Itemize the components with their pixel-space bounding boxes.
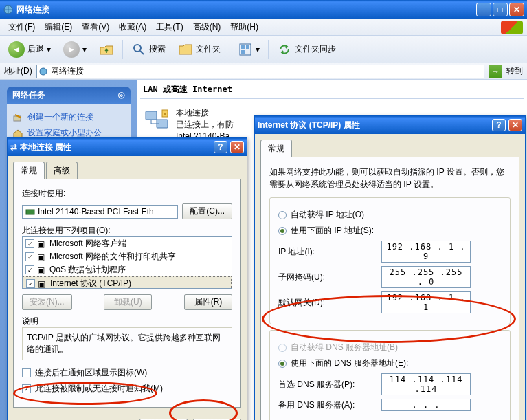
- tab-advanced[interactable]: 高级: [46, 162, 78, 179]
- views-button[interactable]: ▾: [234, 39, 264, 60]
- use-ip-radio[interactable]: [278, 227, 287, 235]
- window-title: 网络连接: [16, 4, 476, 16]
- up-button[interactable]: [95, 39, 118, 60]
- desc-label: 说明: [22, 316, 232, 327]
- checkbox-icon[interactable]: ✓: [25, 239, 34, 248]
- configure-button[interactable]: 配置(C)...: [182, 203, 232, 219]
- dns2-input[interactable]: . . .: [381, 399, 471, 411]
- adapter-combo[interactable]: Intel 21140-Based PCI Fast Eth: [22, 205, 178, 219]
- svg-rect-11: [164, 113, 166, 115]
- search-label: 搜索: [149, 43, 166, 55]
- install-button[interactable]: 安装(N)...: [22, 294, 72, 310]
- close-button[interactable]: ✕: [509, 3, 524, 16]
- notify-label: 此连接被限制或无连接时通知我(M): [35, 383, 163, 395]
- auto-ip-radio[interactable]: [278, 211, 287, 219]
- use-dns-radio[interactable]: [278, 360, 287, 368]
- task-label: 创建一个新的连接: [27, 111, 93, 123]
- properties-button[interactable]: 属性(R): [184, 294, 232, 310]
- help-button[interactable]: ?: [492, 119, 506, 131]
- menu-edit[interactable]: 编辑(E): [41, 20, 76, 34]
- auto-dns-label: 自动获得 DNS 服务器地址(B): [291, 342, 398, 353]
- tasks-header[interactable]: 网络任务 ⦾: [7, 87, 131, 104]
- list-item[interactable]: ✓▣QoS 数据包计划程序: [23, 263, 232, 276]
- menu-advanced[interactable]: 高级(N): [189, 20, 225, 34]
- search-button[interactable]: 搜索: [127, 39, 170, 60]
- notify-checkbox[interactable]: ✓: [22, 384, 31, 393]
- folders-button[interactable]: 文件夹: [174, 39, 225, 60]
- list-item[interactable]: ✓▣Microsoft 网络的文件和打印机共享: [23, 250, 232, 263]
- svg-rect-5: [241, 50, 245, 54]
- use-dns-label: 使用下面的 DNS 服务器地址(E):: [291, 357, 408, 369]
- dialog-title: 本地连接 属性: [20, 142, 71, 153]
- forward-arrow-icon: ►: [63, 41, 80, 58]
- share-icon: ▣: [37, 252, 47, 262]
- gateway-input[interactable]: 192 .168 . 1 . 1: [381, 291, 471, 313]
- dialog-title: Internet 协议 (TCP/IP) 属性: [258, 120, 360, 131]
- menubar: 文件(F) 编辑(E) 查看(V) 收藏(A) 工具(T) 高级(N) 帮助(H…: [0, 19, 527, 36]
- close-button[interactable]: ✕: [508, 119, 522, 131]
- go-button[interactable]: →: [489, 65, 502, 78]
- address-input[interactable]: 网络连接: [36, 65, 484, 78]
- connection-status: 已连接上，有防: [176, 119, 234, 131]
- views-icon: [238, 42, 253, 57]
- qos-icon: ▣: [37, 265, 47, 275]
- protocol-icon: ▣: [38, 279, 47, 289]
- svg-point-6: [40, 68, 47, 75]
- menu-favorites[interactable]: 收藏(A): [115, 20, 150, 34]
- sync-button[interactable]: 文件夹同步: [273, 39, 340, 60]
- help-button[interactable]: ?: [214, 141, 227, 153]
- back-arrow-icon: ◄: [8, 41, 25, 58]
- checkbox-icon[interactable]: ✓: [25, 252, 34, 261]
- network-icon: [38, 67, 48, 76]
- list-item[interactable]: ✓▣Microsoft 网络客户端: [23, 237, 232, 250]
- wizard-icon: [12, 112, 23, 123]
- chevron-down-icon: ▾: [82, 45, 87, 54]
- lan-connection-icon: [143, 107, 170, 135]
- dns2-label: 备用 DNS 服务器(A):: [278, 399, 381, 411]
- dns1-input[interactable]: 114 .114 .114 .114: [381, 373, 471, 395]
- ip-label: IP 地址(I):: [278, 246, 381, 258]
- svg-rect-4: [246, 45, 249, 49]
- ip-input[interactable]: 192 .168 . 1 . 9: [381, 241, 471, 263]
- nic-icon: [25, 207, 35, 217]
- address-value: 网络连接: [51, 65, 84, 77]
- maximize-button[interactable]: □: [493, 3, 508, 16]
- dns1-label: 首选 DNS 服务器(P):: [278, 379, 381, 390]
- menu-view[interactable]: 查看(V): [78, 20, 113, 34]
- svg-rect-12: [26, 210, 34, 214]
- main-titlebar: 网络连接 ─ □ ✕: [0, 0, 527, 19]
- toolbar: ◄ 后退 ▾ ► ▾ 搜索 文件夹 ▾ 文件夹同步: [0, 36, 527, 63]
- tab-general[interactable]: 常规: [13, 162, 45, 179]
- list-item-tcpip[interactable]: ✓▣Internet 协议 (TCP/IP): [23, 276, 232, 289]
- minimize-button[interactable]: ─: [476, 3, 491, 16]
- dialog-titlebar[interactable]: ⇄ 本地连接 属性 ? ✕: [8, 138, 247, 156]
- checkbox-icon[interactable]: ✓: [26, 279, 35, 288]
- tab-general[interactable]: 常规: [260, 140, 292, 157]
- folders-icon: [178, 42, 193, 57]
- close-button[interactable]: ✕: [230, 141, 244, 153]
- folders-label: 文件夹: [196, 43, 221, 55]
- menu-help[interactable]: 帮助(H): [226, 20, 262, 34]
- uses-items-label: 此连接使用下列项目(O):: [22, 225, 232, 236]
- address-bar: 地址(D) 网络连接 → 转到: [0, 63, 527, 80]
- gateway-label: 默认网关(D):: [278, 297, 381, 309]
- dialog-titlebar[interactable]: Internet 协议 (TCP/IP) 属性 ? ✕: [255, 116, 525, 134]
- menu-tools[interactable]: 工具(T): [152, 20, 187, 34]
- forward-button[interactable]: ► ▾: [59, 38, 91, 60]
- mask-input[interactable]: 255 .255 .255 . 0: [381, 266, 471, 288]
- auto-dns-radio: [278, 344, 287, 352]
- checkbox-icon[interactable]: ✓: [25, 265, 34, 274]
- uninstall-button[interactable]: 卸载(U): [104, 294, 152, 310]
- connect-using-label: 连接时使用:: [22, 188, 232, 199]
- items-listbox[interactable]: ✓▣Microsoft 网络客户端 ✓▣Microsoft 网络的文件和打印机共…: [22, 236, 232, 289]
- show-tray-checkbox[interactable]: [22, 368, 31, 377]
- use-ip-label: 使用下面的 IP 地址(S):: [291, 225, 374, 236]
- client-icon: ▣: [37, 239, 47, 249]
- svg-rect-8: [146, 111, 157, 120]
- back-button[interactable]: ◄ 后退 ▾: [4, 38, 55, 60]
- menu-file[interactable]: 文件(F): [4, 20, 39, 34]
- desc-text: TCP/IP 是默认的广域网协议。它提供跨越多种互联网络的通讯。: [22, 327, 232, 360]
- svg-point-1: [134, 45, 141, 52]
- back-label: 后退: [27, 43, 44, 55]
- task-create-connection[interactable]: 创建一个新的连接: [12, 109, 125, 125]
